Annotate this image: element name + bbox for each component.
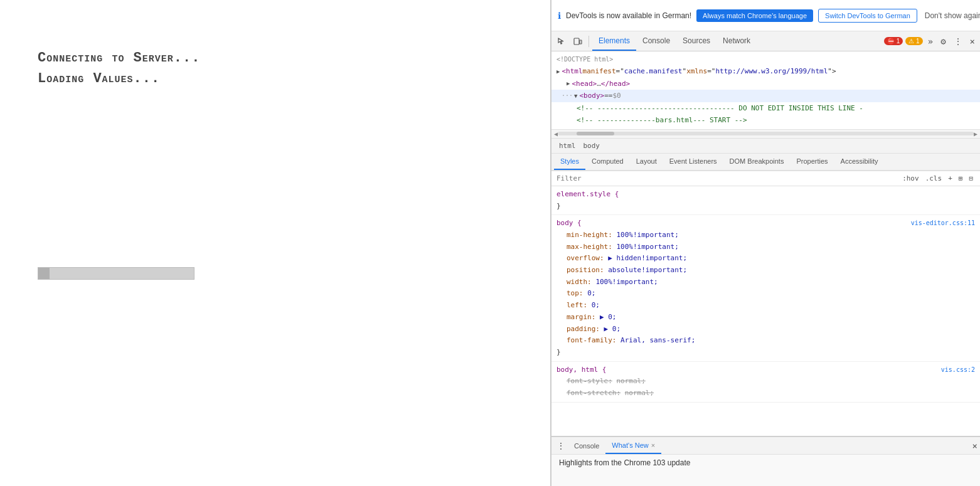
warning-badge[interactable]: ⚠ 1 bbox=[905, 37, 922, 45]
error-badge[interactable]: ⛔ 1 bbox=[884, 37, 903, 45]
doctype-text: <!DOCTYPE html> bbox=[557, 55, 613, 65]
bottom-tab-bar: ⋮ Console What's New × × bbox=[551, 437, 980, 455]
manifest-attr: manifest bbox=[583, 66, 616, 77]
loading-bar-fill bbox=[38, 268, 50, 279]
browser-viewport: Connecting to Server... Loading Values..… bbox=[0, 0, 551, 486]
tab-styles[interactable]: Styles bbox=[554, 154, 585, 170]
svg-rect-1 bbox=[580, 40, 582, 44]
dont-show-again-link[interactable]: Don't show again bbox=[925, 11, 980, 20]
tab-sources[interactable]: Sources bbox=[676, 31, 716, 51]
devtools-panel: ℹ DevTools is now available in German! A… bbox=[551, 0, 980, 486]
tree-scrollbar[interactable]: ◀ ▶ bbox=[551, 130, 980, 139]
body-tag: <body> bbox=[579, 90, 604, 102]
comment-1-text: <!-- --------------------------------- D… bbox=[577, 103, 863, 114]
styles-filter-bar: :hov .cls + ⊞ ⊟ bbox=[551, 171, 980, 186]
html-expand-arrow[interactable]: ▶ bbox=[557, 67, 560, 76]
tab-elements[interactable]: Elements bbox=[592, 31, 636, 51]
html-tag: <html bbox=[562, 66, 582, 77]
tab-layout[interactable]: Layout bbox=[630, 154, 663, 170]
css-prop-left: left: 0; bbox=[557, 300, 975, 312]
bottom-panel-close-button[interactable]: × bbox=[972, 441, 977, 451]
comment-2-text: <!-- --------------bars.html--- START --… bbox=[577, 115, 747, 126]
tab-console[interactable]: Console bbox=[636, 31, 676, 51]
bottom-panel: ⋮ Console What's New × × Highlights from… bbox=[551, 436, 980, 486]
always-match-button[interactable]: Always match Chrome's language bbox=[696, 9, 813, 22]
connecting-line2: Loading Values... bbox=[38, 71, 160, 87]
body-html-css-rule: body, html { vis.css:2 font-style: norma… bbox=[551, 362, 980, 403]
hov-button[interactable]: :hov bbox=[900, 174, 921, 183]
css-prop-position: position: absolute!important; bbox=[557, 265, 975, 277]
element-style-selector: element.style { bbox=[557, 189, 975, 201]
bottom-tab-whats-new[interactable]: What's New × bbox=[605, 437, 661, 454]
bottom-tab-console[interactable]: Console bbox=[568, 437, 605, 454]
head-expand-arrow[interactable]: ▶ bbox=[567, 79, 570, 88]
css-prop-font-family: font-family: Arial, sans-serif; bbox=[557, 335, 975, 347]
notification-bar: ℹ DevTools is now available in German! A… bbox=[551, 0, 980, 31]
devtools-close-button[interactable]: × bbox=[967, 35, 977, 48]
doctype-line: <!DOCTYPE html> bbox=[551, 54, 980, 65]
collapse-button[interactable]: ⊟ bbox=[967, 174, 975, 183]
scrollbar-track[interactable] bbox=[558, 132, 974, 135]
breadcrumb-html[interactable]: html bbox=[557, 141, 578, 151]
device-icon bbox=[573, 37, 582, 46]
tab-computed[interactable]: Computed bbox=[585, 154, 630, 170]
css-prop-font-stretch: font-stretch: normal; bbox=[557, 388, 975, 399]
more-tabs-button[interactable]: » bbox=[925, 35, 935, 48]
devtools-menu-button[interactable]: ⋮ bbox=[951, 35, 965, 48]
head-tag-line[interactable]: ▶ <head> … </head> bbox=[551, 78, 980, 90]
body-expand-arrow[interactable]: ▼ bbox=[574, 92, 577, 100]
body-rule-header: body { vis-editor.css:11 bbox=[557, 218, 975, 230]
body-css-rule: body { vis-editor.css:11 min-height: 100… bbox=[551, 215, 980, 361]
css-prop-width: width: 100%!important; bbox=[557, 277, 975, 288]
toolbar-right-controls: ⛔ 1 ⚠ 1 » ⚙ ⋮ × bbox=[884, 35, 977, 48]
highlights-text: Highlights from the Chrome 103 update bbox=[559, 458, 690, 467]
scrollbar-thumb[interactable] bbox=[577, 132, 614, 135]
html-tag-line[interactable]: ▶ <html manifest =" cache.manifest " xml… bbox=[551, 65, 980, 78]
body-rule-source[interactable]: vis-editor.css:11 bbox=[911, 218, 975, 228]
settings-button[interactable]: ⚙ bbox=[938, 35, 948, 48]
cls-button[interactable]: .cls bbox=[924, 174, 944, 183]
add-style-button[interactable]: + bbox=[946, 174, 954, 183]
info-icon: ℹ bbox=[558, 11, 561, 21]
body-rule-close: } bbox=[557, 347, 975, 359]
css-prop-top: top: 0; bbox=[557, 288, 975, 300]
comment-line-1: <!-- --------------------------------- D… bbox=[551, 102, 980, 115]
body-expand-dots: ··· bbox=[562, 91, 573, 101]
element-style-rule: element.style { } bbox=[551, 186, 980, 215]
tab-network[interactable]: Network bbox=[716, 31, 757, 51]
css-prop-min-height: min-height: 100%!important; bbox=[557, 230, 975, 241]
bottom-panel-menu[interactable]: ⋮ bbox=[554, 441, 568, 451]
body-html-rule-source[interactable]: vis.css:2 bbox=[941, 364, 975, 375]
head-tag: <head> bbox=[572, 78, 597, 90]
devtools-toolbar: Elements Console Sources Network ⛔ 1 ⚠ 1… bbox=[551, 31, 980, 51]
main-tab-bar: Elements Console Sources Network bbox=[592, 31, 883, 51]
styles-panel[interactable]: element.style { } body { vis-editor.css:… bbox=[551, 186, 980, 436]
connecting-line1: Connecting to Server... bbox=[38, 50, 200, 66]
loading-bar-container bbox=[38, 267, 194, 280]
scroll-right-button[interactable]: ▶ bbox=[974, 130, 977, 137]
styles-filter-input[interactable] bbox=[557, 174, 895, 182]
sub-tab-bar: Styles Computed Layout Event Listeners D… bbox=[551, 154, 980, 171]
whats-new-close-button[interactable]: × bbox=[651, 441, 655, 449]
body-html-rule-header: body, html { vis.css:2 bbox=[557, 364, 975, 376]
filter-controls: :hov .cls + ⊞ ⊟ bbox=[900, 174, 975, 183]
breadcrumb-body[interactable]: body bbox=[581, 141, 603, 151]
inspect-element-button[interactable] bbox=[554, 34, 569, 49]
tab-accessibility[interactable]: Accessibility bbox=[834, 154, 885, 170]
svg-rect-0 bbox=[574, 38, 579, 45]
toolbar-separator bbox=[589, 36, 589, 47]
element-style-close: } bbox=[557, 201, 975, 213]
switch-devtools-button[interactable]: Switch DevTools to German bbox=[818, 9, 917, 23]
body-tag-line[interactable]: ··· ▼ <body> == $0 bbox=[551, 90, 980, 102]
css-prop-overflow: overflow: ▶ hidden!important; bbox=[557, 253, 975, 265]
tab-properties[interactable]: Properties bbox=[790, 154, 834, 170]
css-prop-font-style: font-style: normal; bbox=[557, 376, 975, 388]
css-prop-max-height: max-height: 100%!important; bbox=[557, 241, 975, 253]
html-tree: <!DOCTYPE html> ▶ <html manifest =" cach… bbox=[551, 51, 980, 130]
comment-line-2: <!-- --------------bars.html--- START --… bbox=[551, 114, 980, 127]
css-prop-padding: padding: ▶ 0; bbox=[557, 324, 975, 335]
layout-view-button[interactable]: ⊞ bbox=[957, 174, 965, 183]
tab-dom-breakpoints[interactable]: DOM Breakpoints bbox=[723, 154, 791, 170]
tab-event-listeners[interactable]: Event Listeners bbox=[663, 154, 723, 170]
device-toggle-button[interactable] bbox=[570, 34, 585, 49]
